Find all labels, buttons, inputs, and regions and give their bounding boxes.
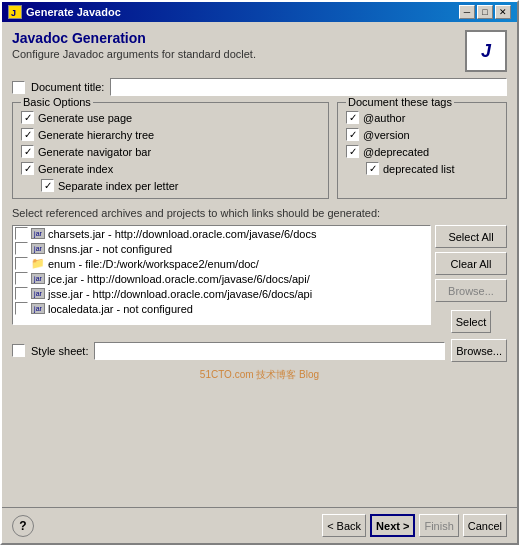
separate-index-label: Separate index per letter	[58, 180, 178, 192]
jar-icon: jar	[31, 273, 45, 284]
index-checkbox[interactable]	[21, 162, 34, 175]
jar-icon: jar	[31, 243, 45, 254]
tag-deprecated: @deprecated	[346, 145, 498, 158]
archive-checkbox-0[interactable]	[15, 227, 28, 240]
cancel-button[interactable]: Cancel	[463, 514, 507, 537]
watermark: 51CTO.com 技术博客 Blog	[12, 368, 507, 382]
clear-all-button[interactable]: Clear All	[435, 252, 507, 275]
tag-deprecated-list: deprecated list	[366, 162, 498, 175]
author-label: @author	[363, 112, 405, 124]
minimize-button[interactable]: ─	[459, 5, 475, 19]
doc-title-row: Document title:	[12, 78, 507, 96]
version-label: @version	[363, 129, 410, 141]
archive-checkbox-2[interactable]	[15, 257, 28, 270]
archive-checkbox-3[interactable]	[15, 272, 28, 285]
browse-archives-button[interactable]: Browse...	[435, 279, 507, 302]
select-button[interactable]: Select	[451, 310, 492, 333]
tag-author: @author	[346, 111, 498, 124]
author-checkbox[interactable]	[346, 111, 359, 124]
list-item[interactable]: jar dnsns.jar - not configured	[13, 241, 430, 256]
doc-title-checkbox[interactable]	[12, 81, 25, 94]
svg-text:J: J	[11, 8, 16, 18]
jar-icon: jar	[31, 303, 45, 314]
style-sheet-input[interactable]	[94, 342, 445, 360]
option-hierarchy-tree: Generate hierarchy tree	[21, 128, 320, 141]
hierarchy-tree-label: Generate hierarchy tree	[38, 129, 154, 141]
list-item[interactable]: jar jsse.jar - http://download.oracle.co…	[13, 286, 430, 301]
style-sheet-row: Style sheet: Browse...	[12, 339, 507, 362]
next-button[interactable]: Next >	[370, 514, 415, 537]
tag-version: @version	[346, 128, 498, 141]
bottom-nav: < Back Next > Finish Cancel	[322, 514, 507, 537]
doc-tags-group: Document these tags @author @version @de…	[337, 102, 507, 199]
title-bar: J Generate Javadoc ─ □ ✕	[2, 2, 517, 22]
version-checkbox[interactable]	[346, 128, 359, 141]
back-button[interactable]: < Back	[322, 514, 366, 537]
help-button[interactable]: ?	[12, 515, 34, 537]
archive-checkbox-1[interactable]	[15, 242, 28, 255]
option-use-page: Generate use page	[21, 111, 320, 124]
close-button[interactable]: ✕	[495, 5, 511, 19]
doc-tags-title: Document these tags	[346, 96, 454, 108]
window-title: Generate Javadoc	[26, 6, 121, 18]
bottom-bar: ? < Back Next > Finish Cancel	[2, 507, 517, 543]
list-item[interactable]: jar localedata.jar - not configured	[13, 301, 430, 316]
separate-index-checkbox[interactable]	[41, 179, 54, 192]
navigator-bar-label: Generate navigator bar	[38, 146, 151, 158]
use-page-label: Generate use page	[38, 112, 132, 124]
page-header: Javadoc Generation Configure Javadoc arg…	[12, 30, 507, 72]
basic-options-title: Basic Options	[21, 96, 93, 108]
option-separate-index: Separate index per letter	[41, 179, 320, 192]
archive-checkbox-5[interactable]	[15, 302, 28, 315]
archives-section: jar charsets.jar - http://download.oracl…	[12, 225, 507, 333]
options-row: Basic Options Generate use page Generate…	[12, 102, 507, 199]
navigator-bar-checkbox[interactable]	[21, 145, 34, 158]
archives-label: Select referenced archives and projects …	[12, 207, 507, 219]
archives-list[interactable]: jar charsets.jar - http://download.oracl…	[13, 226, 430, 324]
maximize-button[interactable]: □	[477, 5, 493, 19]
window-icon: J	[8, 5, 22, 19]
jar-icon: jar	[31, 228, 45, 239]
title-controls: ─ □ ✕	[459, 5, 511, 19]
hierarchy-tree-checkbox[interactable]	[21, 128, 34, 141]
doc-title-input[interactable]	[110, 78, 507, 96]
style-browse-button[interactable]: Browse...	[451, 339, 507, 362]
main-window: J Generate Javadoc ─ □ ✕ Javadoc Generat…	[0, 0, 519, 545]
select-all-button[interactable]: Select All	[435, 225, 507, 248]
finish-button[interactable]: Finish	[419, 514, 458, 537]
style-sheet-label: Style sheet:	[31, 345, 88, 357]
dialog-content: Javadoc Generation Configure Javadoc arg…	[2, 22, 517, 507]
use-page-checkbox[interactable]	[21, 111, 34, 124]
list-item[interactable]: jar jce.jar - http://download.oracle.com…	[13, 271, 430, 286]
basic-options-group: Basic Options Generate use page Generate…	[12, 102, 329, 199]
deprecated-list-label: deprecated list	[383, 163, 455, 175]
page-title: Javadoc Generation	[12, 30, 465, 46]
javadoc-logo: J	[465, 30, 507, 72]
list-item[interactable]: jar charsets.jar - http://download.oracl…	[13, 226, 430, 241]
option-index: Generate index	[21, 162, 320, 175]
option-navigator-bar: Generate navigator bar	[21, 145, 320, 158]
index-label: Generate index	[38, 163, 113, 175]
archives-list-container: jar charsets.jar - http://download.oracl…	[12, 225, 431, 325]
deprecated-list-checkbox[interactable]	[366, 162, 379, 175]
deprecated-label: @deprecated	[363, 146, 429, 158]
archives-buttons: Select All Clear All Browse... Select	[435, 225, 507, 333]
style-sheet-checkbox[interactable]	[12, 344, 25, 357]
archive-checkbox-4[interactable]	[15, 287, 28, 300]
page-subtitle: Configure Javadoc arguments for standard…	[12, 48, 465, 60]
folder-icon: 📁	[31, 257, 45, 270]
jar-icon: jar	[31, 288, 45, 299]
doc-title-label: Document title:	[31, 81, 104, 93]
deprecated-checkbox[interactable]	[346, 145, 359, 158]
list-item[interactable]: 📁 enum - file:/D:/work/workspace2/enum/d…	[13, 256, 430, 271]
